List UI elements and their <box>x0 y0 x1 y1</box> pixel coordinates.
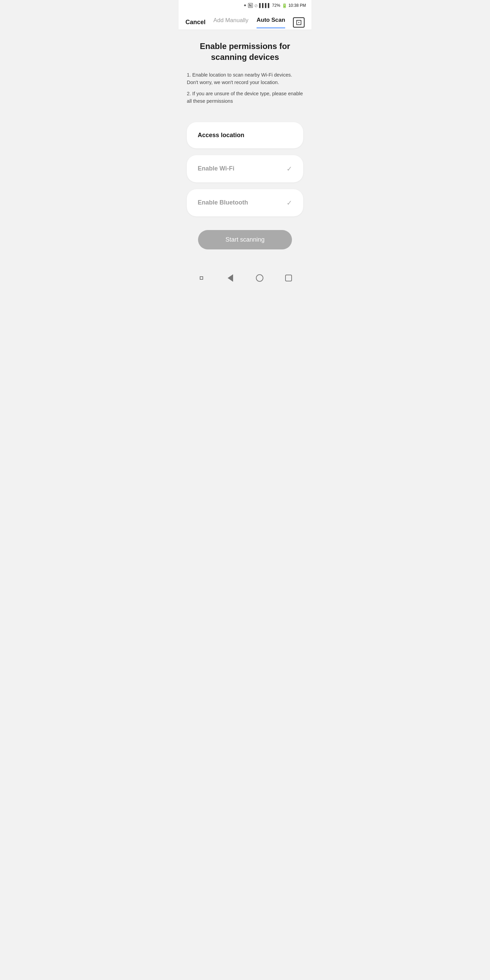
enable-wifi-card[interactable]: Enable Wi-Fi ✓ <box>187 155 303 182</box>
bottom-nav-bar <box>179 266 311 290</box>
back-button[interactable] <box>223 270 238 285</box>
permission-cards: Access location Enable Wi-Fi ✓ Enable Bl… <box>187 122 303 216</box>
enable-bluetooth-card[interactable]: Enable Bluetooth ✓ <box>187 189 303 216</box>
time-display: 10:38 PM <box>288 3 306 8</box>
status-bar: ✦ N ⊘ ▌▌▌▌ 72% 🔋 10:38 PM <box>179 0 311 11</box>
scan-frame-icon[interactable]: ⊡ <box>293 18 305 27</box>
start-scanning-button[interactable]: Start scanning <box>198 230 292 250</box>
enable-wifi-label: Enable Wi-Fi <box>198 165 234 172</box>
instruction-1: 1. Enable location to scan nearby Wi-Fi … <box>187 71 303 86</box>
enable-bluetooth-label: Enable Bluetooth <box>198 199 248 206</box>
status-icons: ✦ N ⊘ ▌▌▌▌ 72% 🔋 10:38 PM <box>243 3 306 8</box>
nfc-icon: N <box>248 3 253 8</box>
nav-bar: Cancel Add Manually Auto Scan ⊡ <box>179 11 311 30</box>
overview-icon <box>285 275 292 282</box>
home-button[interactable] <box>252 270 267 285</box>
page-title: Enable permissions for scanning devices <box>187 41 303 63</box>
tab-add-manually[interactable]: Add Manually <box>213 17 248 28</box>
recent-apps-button[interactable] <box>194 270 209 285</box>
bluetooth-check-icon: ✓ <box>286 199 292 207</box>
nav-tabs: Add Manually Auto Scan <box>213 17 285 28</box>
tab-auto-scan[interactable]: Auto Scan <box>256 17 285 28</box>
access-location-card[interactable]: Access location <box>187 122 303 148</box>
wifi-icon: ⊘ <box>254 3 258 8</box>
cancel-button[interactable]: Cancel <box>185 19 205 26</box>
instructions-section: 1. Enable location to scan nearby Wi-Fi … <box>187 71 303 108</box>
home-icon <box>256 274 263 282</box>
battery-percent: 72% <box>272 3 280 8</box>
signal-icon: ▌▌▌▌ <box>259 3 271 8</box>
recent-apps-icon <box>200 276 203 280</box>
bluetooth-icon: ✦ <box>243 3 247 8</box>
wifi-check-icon: ✓ <box>286 165 292 173</box>
back-icon <box>228 274 233 282</box>
main-content: Enable permissions for scanning devices … <box>179 30 311 266</box>
battery-icon: 🔋 <box>282 3 287 8</box>
instruction-2: 2. If you are unsure of the device type,… <box>187 90 303 105</box>
overview-button[interactable] <box>281 270 296 285</box>
access-location-label: Access location <box>198 132 244 139</box>
